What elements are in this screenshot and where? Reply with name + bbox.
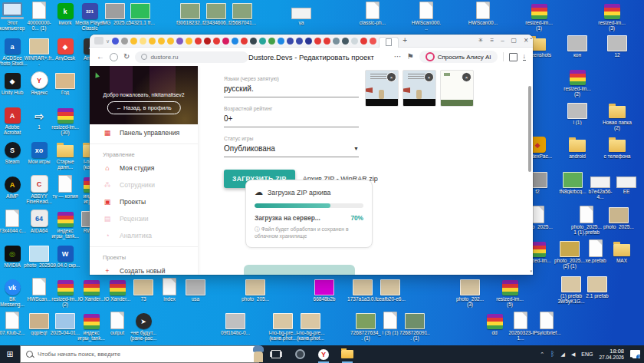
browser-tab[interactable] [121, 38, 128, 45]
desktop-icon[interactable]: fceafb20-e6... [377, 278, 403, 302]
desktop-icon[interactable]: WINRAR+.fr... [26, 37, 52, 67]
desktop-icon[interactable]: usa [182, 278, 209, 302]
desktop-icon[interactable]: 12 [604, 34, 630, 58]
sidebar-item[interactable]: ▤Рецензии [90, 210, 198, 227]
language-indicator[interactable]: ENG [581, 351, 593, 357]
more-icon[interactable]: ⋯ [394, 53, 402, 61]
desktop-icon[interactable]: photo_2025... [606, 206, 632, 229]
desktop-icon[interactable]: кон [564, 34, 590, 58]
desktop-icon[interactable]: 2025-04-01... [52, 312, 78, 335]
taskbar-app-icon[interactable] [293, 345, 307, 363]
desktop-icon[interactable]: IPsyIcibrief... [534, 312, 560, 335]
browser-tab[interactable] [305, 38, 312, 45]
new-tab-button[interactable]: + [402, 37, 407, 45]
desktop-icon[interactable]: с54321.1 fr... [127, 2, 153, 25]
desktop-icon[interactable]: Этот компьютер [0, 2, 25, 31]
browser-tab[interactable] [158, 38, 165, 45]
taskbar-explorer[interactable] [340, 345, 354, 363]
desktop-icon[interactable]: AAIMP [0, 175, 25, 199]
browser-tab[interactable] [167, 38, 174, 45]
network-icon[interactable]: ◢ [561, 351, 565, 357]
browser-tab[interactable] [268, 38, 275, 45]
reload-button[interactable]: ↻ [123, 53, 130, 61]
minimize-button[interactable]: – [501, 38, 504, 44]
browser-tab[interactable] [195, 38, 202, 45]
desktop-icon[interactable]: ➤+не будут... (ране-рас... [130, 312, 156, 342]
desktop-icon[interactable]: AAdobe Acrobat [0, 106, 25, 136]
browser-tab[interactable] [140, 38, 146, 45]
browser-tab[interactable] [176, 38, 183, 45]
volume-icon[interactable]: ◀ [571, 351, 575, 357]
desktop-icon[interactable]: 2.1 prefab [584, 275, 610, 299]
desktop-icon[interactable]: 7268726091... (1) [402, 312, 428, 342]
desktop-icon[interactable]: resized-im... (2) [564, 68, 590, 97]
desktop-icon[interactable]: xe.prefab [583, 239, 609, 263]
field-value[interactable]: русский. [224, 84, 359, 93]
collections-icon[interactable] [509, 53, 518, 61]
browser-menu-icon[interactable]: ≡ [490, 38, 494, 44]
status-select[interactable]: Опубликована▼ [224, 144, 359, 153]
desktop-icon[interactable]: индекс игры_tank... [52, 210, 78, 239]
browser-tab[interactable] [333, 38, 340, 45]
desktop-icon[interactable]: 09f1b4bc-0... [222, 312, 248, 335]
desktop-icon[interactable]: output [104, 312, 130, 335]
browser-tab[interactable] [241, 38, 248, 45]
desktop-icon[interactable]: Ю Xander... [78, 278, 104, 302]
desktop-icon[interactable]: SSteam [0, 140, 25, 164]
desktop-icon[interactable]: photo_205... [242, 278, 268, 302]
remove-screenshot-button[interactable]: × [424, 72, 434, 82]
pinned-tab[interactable] [94, 37, 104, 45]
save-section[interactable] [244, 265, 355, 275]
desktop-icon[interactable]: W09.04.0 скр... [52, 244, 78, 268]
desktop-icon[interactable]: 40000000-0... (1) [26, 2, 52, 31]
desktop-icon[interactable]: HWScan00... [470, 2, 496, 25]
desktop-icon[interactable]: resized-im... (1) [526, 2, 552, 31]
alice-button[interactable]: Спросить Алису AI [419, 51, 498, 63]
desktop-icon[interactable]: (1) prefab 3W5yK1G... [558, 275, 584, 305]
desktop-icon[interactable]: resized-im... (5) [497, 278, 523, 308]
desktop-icon[interactable]: f30618232... [177, 2, 203, 25]
browser-tab[interactable] [186, 38, 192, 45]
screenshot-2[interactable]: × [402, 70, 436, 107]
desktop-icon[interactable]: 20260323-1... [508, 312, 534, 342]
field-value[interactable]: 0+ [224, 114, 359, 123]
desktop-icon[interactable]: Новая папка (2) [604, 101, 630, 131]
desktop-icon[interactable]: ⇨1 [26, 106, 52, 130]
action-center-icon[interactable]: 1 [630, 350, 640, 358]
desktop-icon[interactable]: ◆AnyDesk [52, 37, 78, 61]
desktop-icon[interactable]: с телефона [604, 135, 630, 159]
browser-tab[interactable] [213, 38, 220, 45]
bluetooth-icon[interactable]: ᛒ [550, 351, 554, 358]
active-tab[interactable] [379, 37, 399, 48]
desktop-icon[interactable]: Ю Xander... [104, 278, 130, 302]
scrollbar-thumb[interactable] [528, 86, 531, 172]
back-button[interactable]: ← [97, 53, 104, 61]
desktop-icon[interactable]: resized-im... (30) [52, 106, 78, 136]
back-to-profile-button[interactable]: ← Назад, в профиль [107, 101, 180, 114]
desktop-icon[interactable]: photo_2025... (2) (1) [557, 239, 583, 269]
desktop-icon[interactable]: CABBYY FineRead... [26, 175, 52, 205]
desktop-icon[interactable]: ту — копия [52, 175, 78, 199]
browser-tab[interactable] [351, 38, 358, 45]
tab-chevron-icon[interactable]: ∨ [106, 38, 110, 44]
sidebar-item[interactable]: ▣Проекты [90, 193, 198, 210]
browser-tab[interactable] [314, 38, 321, 45]
desktop-icon[interactable]: ◎NVIDIA [0, 244, 25, 268]
scroll-up-icon[interactable]: ▴ [530, 36, 532, 40]
sidebar-item[interactable]: ◔Аналитика [90, 227, 198, 244]
desktop-icon[interactable]: f23434606... [203, 2, 229, 25]
desktop-icon[interactable]: ggpleg! [26, 312, 52, 335]
desktop-icon[interactable]: 64AIDA64 [26, 210, 52, 233]
screenshot-3[interactable]: × [440, 70, 474, 107]
browser-tab[interactable] [130, 38, 137, 45]
desktop-icon[interactable]: vkВК Messeng... [0, 278, 25, 308]
desktop-icon[interactable]: ◆Unity Hub [0, 71, 25, 95]
desktop-icon[interactable]: HWScan... [26, 278, 52, 302]
browser-tab[interactable] [232, 38, 238, 45]
browser-tab[interactable] [296, 38, 303, 45]
browser-tab[interactable] [259, 38, 266, 45]
page-scrollbar[interactable]: ▴ ▾ [527, 36, 532, 273]
desktop-icon[interactable]: YЯндекс [26, 71, 52, 95]
desktop-icon[interactable]: 1737a1a3.0... [350, 278, 376, 302]
download-icon[interactable]: ↓ [523, 53, 527, 61]
